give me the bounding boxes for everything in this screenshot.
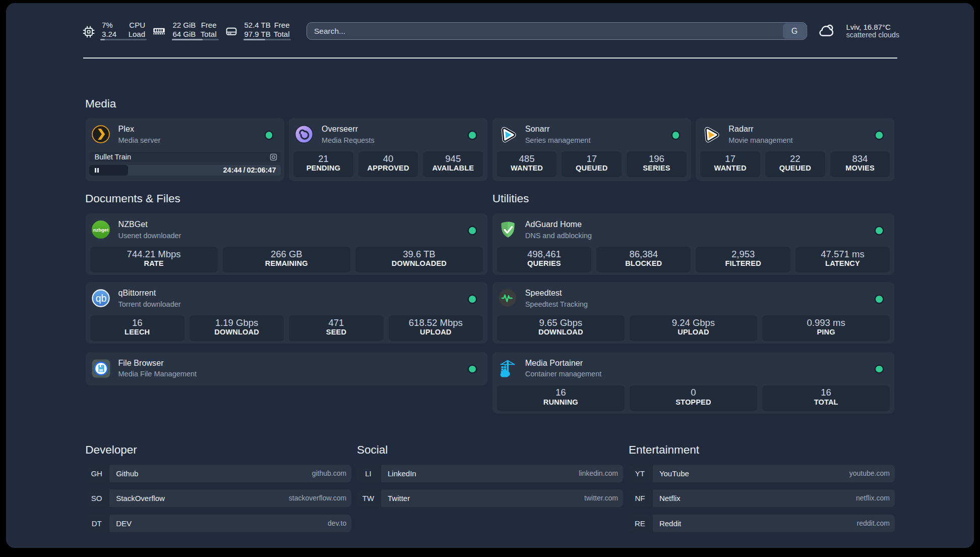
svg-text:qb: qb bbox=[95, 293, 106, 304]
svg-text:nzbget: nzbget bbox=[93, 227, 108, 233]
